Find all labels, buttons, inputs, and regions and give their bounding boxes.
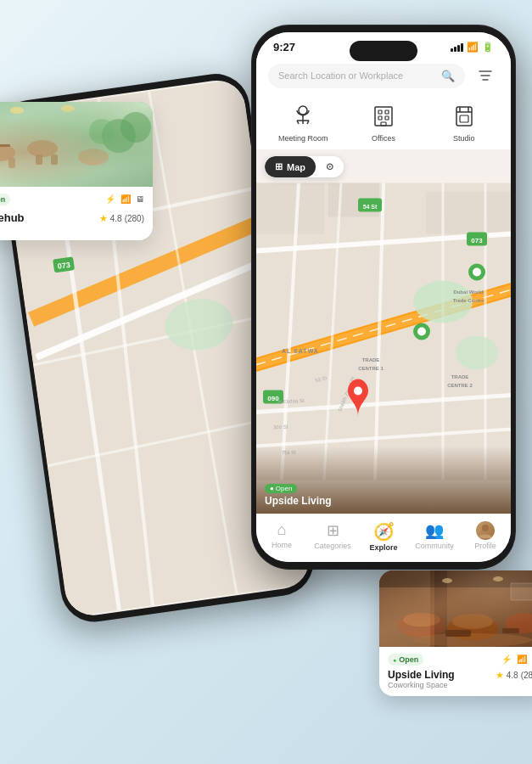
- svg-point-19: [78, 149, 109, 166]
- studio-icon: [449, 101, 479, 132]
- svg-text:300 St: 300 St: [273, 424, 288, 430]
- upside-living-amenities: ⚡ 📶 🖥: [501, 654, 532, 664]
- meeting-room-label: Meeting Room: [278, 134, 328, 143]
- svg-point-27: [10, 107, 24, 114]
- map-bottom-overlay: ● Open Upside Living: [256, 446, 511, 514]
- cyclehub-name: Cyclehub: [0, 211, 25, 224]
- filter-button[interactable]: [472, 62, 499, 89]
- explore-icon: 🧭: [373, 521, 395, 542]
- search-input-wrap[interactable]: Search Location or Workplace 🔍: [268, 64, 465, 88]
- svg-point-92: [452, 614, 493, 629]
- nav-explore-label: Explore: [369, 543, 397, 552]
- upside-living-badge-row: Open ⚡ 📶 🖥: [388, 654, 532, 666]
- time-display: 9:27: [273, 41, 295, 53]
- nav-community-label: Community: [415, 542, 454, 550]
- svg-rect-21: [8, 158, 15, 168]
- svg-rect-52: [426, 192, 511, 234]
- map-area: 090 073 54 St AL SATWA TRADE CENTRE 1 TR…: [256, 149, 511, 514]
- offices-label: Offices: [372, 134, 395, 143]
- svg-point-97: [442, 578, 452, 583]
- svg-rect-42: [385, 116, 389, 120]
- floating-upside-living-card[interactable]: Open ⚡ 📶 🖥 Upside Living Coworking Space…: [379, 570, 532, 696]
- star-icon: ★: [99, 213, 108, 224]
- svg-point-93: [505, 613, 532, 633]
- home-icon: ⌂: [277, 521, 287, 539]
- svg-point-25: [89, 119, 115, 144]
- cyclehub-amenities: ⚡ 📶 🖥: [105, 194, 144, 204]
- svg-rect-40: [385, 110, 389, 114]
- filter-icon: [479, 70, 492, 81]
- svg-rect-14: [0, 102, 153, 187]
- map-bottom-name: Upside Living: [265, 495, 332, 507]
- svg-text:Trade Centre: Trade Centre: [453, 298, 484, 303]
- svg-rect-50: [256, 183, 324, 234]
- svg-rect-100: [445, 630, 471, 637]
- studio-label: Studio: [453, 134, 475, 143]
- svg-text:073: 073: [57, 261, 70, 271]
- nav-profile[interactable]: Profile: [460, 521, 511, 552]
- nav-bar: ⌂ Home ⊞ Categories 🧭 Explore 👥 Communit…: [256, 514, 511, 562]
- svg-point-28: [61, 105, 75, 112]
- cyclehub-type: Café: [0, 224, 25, 233]
- map-list-toggle[interactable]: ⊞ Map ⊙: [265, 156, 344, 177]
- cat-offices[interactable]: Offices: [344, 101, 424, 143]
- svg-rect-94: [379, 570, 430, 647]
- dynamic-island: [350, 41, 417, 61]
- list-toggle-icon: ⊙: [326, 161, 333, 172]
- svg-rect-22: [36, 154, 42, 165]
- scene: 073 54 S: [0, 0, 532, 764]
- svg-rect-15: [0, 102, 153, 187]
- svg-point-18: [27, 140, 58, 157]
- profile-avatar: [476, 521, 495, 540]
- svg-point-91: [447, 615, 498, 641]
- svg-point-82: [473, 268, 481, 277]
- signal-bar-3: [457, 45, 460, 52]
- meeting-room-icon: [288, 101, 318, 132]
- svg-rect-17: [0, 144, 10, 147]
- wifi-status-icon: 📶: [467, 42, 479, 53]
- map-toggle-btn[interactable]: ⊞ Map: [265, 156, 316, 177]
- wifi-icon-2: 📶: [517, 654, 527, 664]
- svg-rect-88: [379, 570, 532, 647]
- svg-text:TRADE: TRADE: [451, 374, 469, 379]
- power-icon-2: ⚡: [501, 654, 512, 664]
- signal-bar-4: [461, 43, 463, 52]
- svg-rect-95: [434, 570, 447, 647]
- svg-rect-102: [511, 583, 532, 600]
- svg-rect-44: [456, 107, 472, 126]
- cyclehub-rating: ★ 4.8 (280): [99, 213, 144, 224]
- signal-bar-1: [451, 48, 453, 52]
- svg-point-16: [0, 144, 15, 161]
- cat-meeting-room[interactable]: Meeting Room: [263, 101, 344, 143]
- card-cyclehub[interactable]: Open ⚡ 📶 🖥 Cyclehub Café ★ 4.8 (280): [0, 102, 153, 240]
- nav-home[interactable]: ⌂ Home: [256, 521, 307, 552]
- star-icon-2: ★: [496, 670, 504, 681]
- svg-rect-38: [375, 107, 392, 126]
- nav-profile-label: Profile: [474, 542, 496, 550]
- cat-studio[interactable]: Studio: [423, 101, 504, 143]
- svg-point-99: [413, 633, 532, 647]
- search-icon: 🔍: [441, 70, 455, 82]
- upside-living-type: Coworking Space: [388, 681, 455, 689]
- list-toggle-btn[interactable]: ⊙: [316, 156, 344, 177]
- monitor-icon: 🖥: [136, 194, 144, 204]
- upside-living-status: Open: [388, 654, 423, 666]
- svg-rect-101: [502, 628, 519, 633]
- map-toggle-icon: ⊞: [275, 161, 283, 172]
- upside-living-name: Upside Living: [388, 669, 455, 681]
- nav-categories-label: Categories: [314, 542, 351, 550]
- nav-categories[interactable]: ⊞ Categories: [307, 521, 358, 552]
- nav-community[interactable]: 👥 Community: [409, 521, 460, 552]
- svg-point-89: [398, 614, 445, 638]
- nav-explore[interactable]: 🧭 Explore: [358, 521, 409, 552]
- power-icon: ⚡: [105, 194, 115, 204]
- categories-icon: ⊞: [327, 521, 339, 540]
- svg-rect-48: [460, 115, 468, 122]
- svg-rect-39: [378, 110, 382, 114]
- svg-text:AL SATWA: AL SATWA: [282, 348, 319, 354]
- cyclehub-info: Open ⚡ 📶 🖥 Cyclehub Café ★ 4.8 (280): [0, 187, 153, 240]
- nav-home-label: Home: [272, 541, 292, 549]
- categories-row: Meeting Room Offices: [256, 98, 511, 149]
- phone-screen: 9:27 📶 🔋 Search Location or Workplace: [256, 32, 511, 562]
- svg-point-33: [299, 106, 307, 115]
